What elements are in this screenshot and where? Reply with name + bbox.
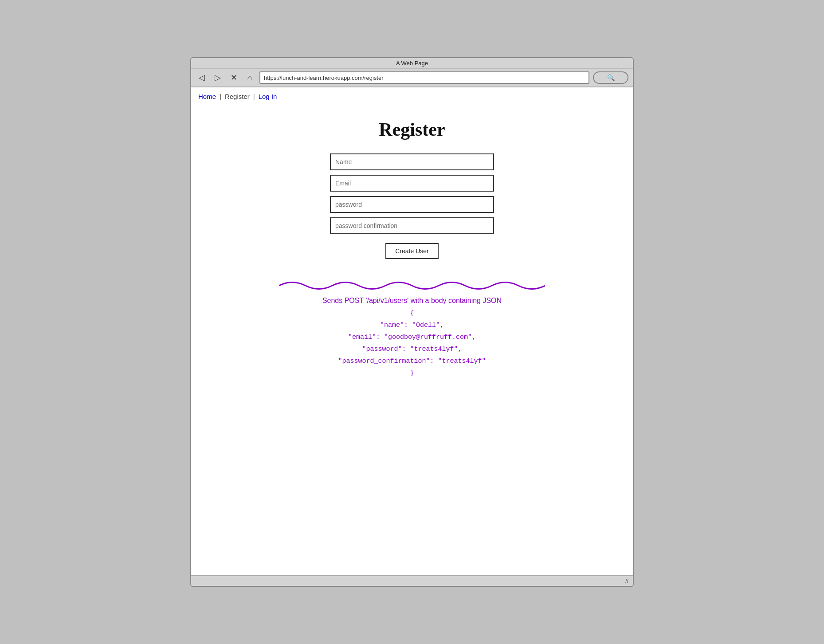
back-button[interactable]: ◁ <box>196 71 208 84</box>
nav-register-text: Register <box>225 93 250 100</box>
status-bar: // <box>191 575 633 586</box>
address-bar[interactable] <box>259 71 589 84</box>
close-button[interactable]: ✕ <box>228 71 240 84</box>
back-icon: ◁ <box>199 73 205 82</box>
home-button[interactable]: ⌂ <box>243 71 256 84</box>
nav-login-link[interactable]: Log In <box>259 93 277 100</box>
status-icon: // <box>625 578 628 584</box>
register-form: Create User <box>200 153 624 259</box>
nav-separator-1: | <box>220 93 221 100</box>
title-bar: A Web Page <box>191 58 633 69</box>
nav-separator-2: | <box>253 93 255 100</box>
main-area: Register Create User Sends POST '/api/v1… <box>191 106 633 393</box>
wavy-line-decoration <box>279 277 545 290</box>
search-button[interactable]: 🔍 <box>593 71 628 84</box>
create-user-button[interactable]: Create User <box>385 243 438 259</box>
forward-icon: ▷ <box>215 73 221 82</box>
close-icon: ✕ <box>231 73 237 82</box>
page-content: Home | Register | Log In Register Create… <box>191 87 633 575</box>
password-input[interactable] <box>330 196 494 213</box>
name-input[interactable] <box>330 153 494 170</box>
annotation-description: Sends POST '/api/v1/users' with a body c… <box>322 295 502 379</box>
page-title: Register <box>379 119 445 140</box>
password-confirm-input[interactable] <box>330 217 494 234</box>
window-title: A Web Page <box>396 60 428 67</box>
nav-bar: Home | Register | Log In <box>191 87 633 106</box>
home-icon: ⌂ <box>247 73 252 82</box>
browser-window: A Web Page ◁ ▷ ✕ ⌂ 🔍 Home | Register | L… <box>190 57 634 587</box>
forward-button[interactable]: ▷ <box>212 71 224 84</box>
email-input[interactable] <box>330 175 494 192</box>
nav-home-link[interactable]: Home <box>198 93 216 100</box>
toolbar: ◁ ▷ ✕ ⌂ 🔍 <box>191 69 633 87</box>
search-icon: 🔍 <box>607 74 615 81</box>
annotation-area: Sends POST '/api/v1/users' with a body c… <box>200 277 624 379</box>
